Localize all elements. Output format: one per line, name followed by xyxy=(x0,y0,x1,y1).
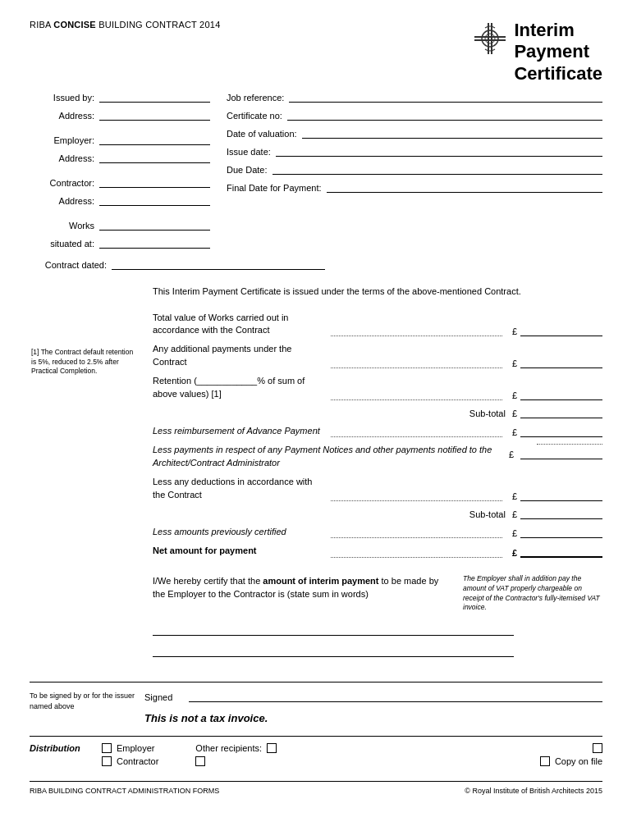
total-value-line[interactable] xyxy=(520,325,602,336)
certify-text: I/We hereby certify that the amount of i… xyxy=(153,574,453,601)
contractor-dist-label: Contractor xyxy=(117,756,158,766)
advance-payment-line[interactable] xyxy=(520,426,602,437)
situated-row: situated at: xyxy=(30,237,210,249)
header-title-block: Interim Payment Certificate xyxy=(473,20,602,84)
due-date-label: Due Date: xyxy=(227,165,268,175)
certify-line-2[interactable] xyxy=(153,642,514,657)
subtotal2-label: Sub-total xyxy=(469,509,506,519)
net-amount-line[interactable] xyxy=(520,546,602,558)
copy-on-file-label: Copy on file xyxy=(555,756,602,766)
contract-dated-line[interactable] xyxy=(112,258,325,270)
address3-row: Address: xyxy=(30,194,210,206)
amounts-certified-currency: £ xyxy=(506,528,517,538)
certify-bold: amount of interim payment xyxy=(263,576,378,586)
svg-point-4 xyxy=(482,30,498,47)
employer-dist-label: Employer xyxy=(117,743,154,753)
payment-notices-line[interactable] xyxy=(520,448,602,459)
riba-suffix: BUILDING CONTRACT 2014 xyxy=(96,20,221,30)
issued-by-row: Issued by: xyxy=(30,91,210,103)
retention-row: Retention (____________% of sum of above… xyxy=(153,375,602,400)
situated-label: situated at: xyxy=(30,239,99,249)
employer-line[interactable] xyxy=(99,134,210,145)
contractor-line[interactable] xyxy=(99,176,210,188)
retention-currency: £ xyxy=(506,390,517,400)
job-ref-label: Job reference: xyxy=(227,93,284,103)
cert-no-row: Certificate no: xyxy=(227,109,602,121)
deductions-row: Less any deductions in accordance with t… xyxy=(153,476,602,501)
subtotal1-currency: £ xyxy=(512,409,517,418)
page-footer: RIBA BUILDING CONTRACT ADMINISTRATION FO… xyxy=(30,781,602,795)
employer-dist-row: Employer xyxy=(102,743,158,753)
final-date-line[interactable] xyxy=(327,181,602,193)
advance-payment-desc: Less reimbursement of Advance Payment xyxy=(153,425,327,437)
works-label: Works xyxy=(30,221,99,231)
advance-payment-row: Less reimbursement of Advance Payment £ xyxy=(153,425,602,437)
amounts-certified-line[interactable] xyxy=(520,527,602,538)
total-value-desc: Total value of Works carried out in acco… xyxy=(153,312,327,337)
copy-checkbox-1[interactable] xyxy=(593,743,602,753)
signature-section: To be signed by or for the issuer named … xyxy=(30,682,602,724)
final-date-row: Final Date for Payment: xyxy=(227,181,602,193)
subtotal1-line[interactable] xyxy=(520,407,602,418)
sig-note: To be signed by or for the issuer named … xyxy=(30,691,144,711)
date-val-label: Date of valuation: xyxy=(227,129,297,139)
amounts-certified-row: Less amounts previously certified £ xyxy=(153,526,602,538)
intro-section: This Interim Payment Certificate is issu… xyxy=(153,285,602,299)
address1-label: Address: xyxy=(30,111,99,121)
certify-lines xyxy=(153,621,602,657)
certify-line-1[interactable] xyxy=(153,621,514,636)
due-date-row: Due Date: xyxy=(227,163,602,175)
issue-date-line[interactable] xyxy=(276,145,602,157)
net-amount-desc: Net amount for payment xyxy=(153,545,327,557)
retention-line[interactable] xyxy=(520,389,602,400)
address2-line[interactable] xyxy=(99,152,210,163)
other-checkbox-2[interactable] xyxy=(195,756,205,766)
issue-date-row: Issue date: xyxy=(227,145,602,157)
additional-payments-row: Any additional payments under the Contra… xyxy=(153,343,602,368)
dist-right-row-1 xyxy=(593,743,602,753)
total-value-row: Total value of Works carried out in acco… xyxy=(153,312,602,337)
other-recipients-label: Other recipients: xyxy=(195,743,262,753)
distribution-label: Distribution xyxy=(30,743,95,753)
other-checkbox-1[interactable] xyxy=(267,743,277,753)
employer-label: Employer: xyxy=(30,135,99,145)
contractor-row: Contractor: xyxy=(30,176,210,188)
subtotal1-label: Sub-total xyxy=(469,409,506,418)
deductions-desc: Less any deductions in accordance with t… xyxy=(153,476,327,501)
footnote-number: [1] xyxy=(31,348,39,356)
signed-row: Signed xyxy=(144,691,602,702)
footnote-text: The Contract default retention is 5%, re… xyxy=(31,348,133,376)
cert-no-line[interactable] xyxy=(287,109,602,121)
address1-line[interactable] xyxy=(99,109,210,121)
deductions-line[interactable] xyxy=(520,490,602,501)
issued-by-line[interactable] xyxy=(99,91,210,103)
date-val-line[interactable] xyxy=(302,127,602,139)
employer-checkbox[interactable] xyxy=(102,743,112,753)
additional-payments-line[interactable] xyxy=(520,357,602,368)
distribution-checkboxes: Employer Contractor xyxy=(102,743,158,766)
contractor-checkbox[interactable] xyxy=(102,756,112,766)
works-line[interactable] xyxy=(99,219,210,231)
contract-dated-label: Contract dated: xyxy=(30,260,112,270)
retention-dots xyxy=(331,392,502,400)
payment-notices-dots xyxy=(537,444,602,445)
address3-line[interactable] xyxy=(99,194,210,206)
situated-line[interactable] xyxy=(99,237,210,249)
footnote: [1] The Contract default retention is 5%… xyxy=(31,348,138,377)
header: RIBA CONCISE BUILDING CONTRACT 2014 Inte… xyxy=(30,20,602,84)
top-left-fields: Issued by: Address: Employer: Address: C… xyxy=(30,91,210,255)
job-ref-line[interactable] xyxy=(289,91,602,103)
certificate-title: Interim Payment Certificate xyxy=(514,20,602,84)
dist-right-boxes: Copy on file xyxy=(540,743,602,766)
copy-on-file-checkbox[interactable] xyxy=(540,756,550,766)
due-date-line[interactable] xyxy=(272,163,602,175)
subtotal1-row: Sub-total £ xyxy=(153,407,602,418)
address2-row: Address: xyxy=(30,152,210,163)
subtotal2-line[interactable] xyxy=(520,508,602,519)
advance-payment-dots xyxy=(331,429,502,437)
signed-line[interactable] xyxy=(189,691,602,702)
final-date-label: Final Date for Payment: xyxy=(227,183,322,193)
deductions-currency: £ xyxy=(506,491,517,501)
amounts-certified-dots xyxy=(331,530,502,538)
svg-rect-3 xyxy=(474,39,506,41)
